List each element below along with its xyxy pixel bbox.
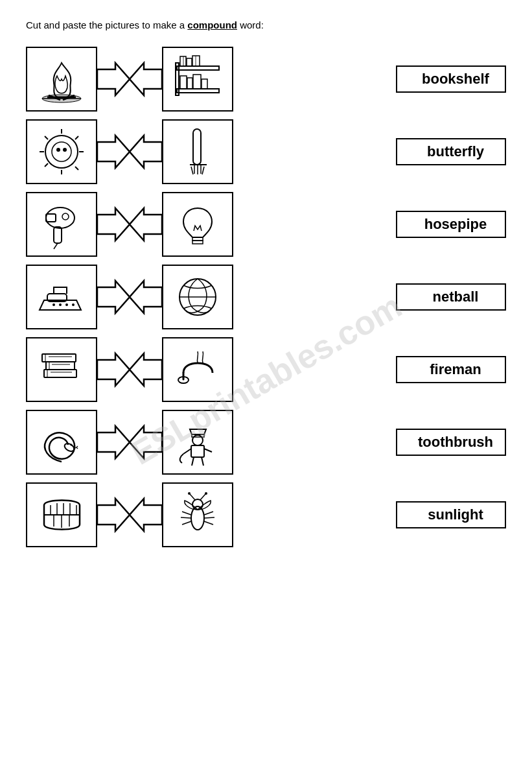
svg-line-80	[204, 449, 212, 452]
pipe-icon	[170, 344, 226, 396]
svg-rect-13	[202, 79, 207, 89]
svg-point-21	[56, 148, 60, 152]
svg-line-28	[75, 167, 78, 170]
svg-line-101	[204, 512, 213, 515]
svg-rect-15	[187, 58, 192, 66]
svg-point-51	[59, 303, 62, 306]
sun-icon	[34, 126, 89, 178]
picture-bookshelf	[162, 47, 233, 112]
svg-point-71	[70, 444, 72, 446]
svg-marker-46	[130, 208, 162, 241]
fireman-figure-icon	[170, 416, 226, 468]
svg-rect-76	[191, 445, 204, 457]
svg-point-95	[188, 492, 191, 495]
instruction-text: Cut and paste the pictures to make a com…	[26, 19, 506, 30]
row-7: sunlight	[26, 482, 506, 547]
picture-mouth	[26, 482, 97, 547]
svg-line-39	[202, 167, 204, 174]
svg-marker-73	[130, 426, 162, 458]
svg-line-98	[182, 512, 191, 515]
svg-marker-55	[130, 281, 162, 313]
arrow-left-icon	[130, 60, 162, 99]
picture-iron	[26, 265, 97, 329]
svg-point-40	[46, 207, 75, 228]
svg-rect-59	[46, 362, 75, 370]
svg-rect-11	[187, 78, 192, 89]
svg-rect-42	[54, 227, 62, 243]
bookshelf-icon	[170, 53, 226, 105]
picture-pipe	[162, 337, 233, 402]
svg-point-19	[45, 136, 78, 168]
svg-line-77	[192, 457, 194, 466]
word-netball: netball	[396, 283, 506, 311]
svg-line-94	[190, 494, 195, 500]
picture-fireman	[162, 410, 233, 475]
svg-point-22	[63, 148, 67, 152]
svg-rect-14	[180, 56, 186, 66]
svg-rect-48	[192, 241, 203, 244]
brush-icon	[170, 126, 226, 178]
word-bookshelf: bookshelf	[396, 65, 506, 93]
row-4: netball	[26, 265, 506, 329]
svg-line-99	[181, 517, 191, 518]
svg-line-96	[200, 494, 205, 500]
iron-icon	[34, 271, 89, 323]
svg-line-43	[54, 243, 58, 249]
arrow-right-7	[97, 495, 130, 534]
svg-marker-67	[97, 353, 130, 386]
svg-rect-33	[193, 129, 201, 165]
svg-rect-7	[177, 89, 219, 93]
svg-point-52	[65, 303, 68, 306]
svg-marker-54	[97, 281, 130, 313]
svg-point-53	[72, 303, 75, 306]
arrow-right-icon	[97, 60, 130, 99]
svg-point-97	[205, 492, 207, 495]
row-5: fireman	[26, 337, 506, 402]
picture-lightbulb	[162, 192, 233, 257]
svg-rect-16	[192, 56, 200, 66]
picture-snake	[26, 410, 97, 475]
svg-point-44	[62, 213, 69, 220]
svg-marker-91	[130, 499, 162, 531]
svg-marker-68	[130, 353, 162, 386]
svg-rect-41	[46, 214, 56, 222]
picture-insect	[162, 482, 233, 547]
svg-point-20	[52, 142, 71, 161]
books-icon	[34, 344, 89, 396]
svg-line-35	[191, 167, 193, 174]
svg-line-79	[183, 449, 191, 454]
svg-marker-72	[97, 426, 130, 458]
word-fireman: fireman	[396, 356, 506, 383]
lightbulb-icon	[170, 198, 226, 250]
arrow-right-6	[97, 423, 130, 462]
arrow-left-6	[130, 423, 162, 462]
svg-line-27	[45, 136, 48, 139]
arrow-right-4	[97, 278, 130, 316]
word-toothbrush: toothbrush	[396, 429, 506, 456]
picture-books	[26, 337, 97, 402]
word-sunlight: sunlight	[396, 501, 506, 528]
ball-icon	[170, 271, 226, 323]
svg-marker-32	[130, 136, 162, 168]
picture-brush	[162, 119, 233, 184]
svg-line-29	[75, 136, 78, 139]
arrow-right-1	[97, 60, 130, 99]
svg-rect-60	[42, 354, 76, 362]
svg-marker-45	[97, 208, 130, 241]
arrow-left-7	[130, 495, 162, 534]
arrow-left-4	[130, 278, 162, 316]
svg-rect-8	[177, 66, 219, 70]
svg-rect-12	[193, 75, 201, 89]
hairdryer-icon	[34, 198, 89, 250]
svg-marker-5	[97, 63, 130, 95]
arrow-left-5	[130, 350, 162, 389]
svg-line-78	[202, 457, 203, 466]
svg-rect-10	[180, 76, 187, 89]
row-2: butterfly	[26, 119, 506, 184]
svg-marker-6	[130, 63, 162, 95]
picture-ball	[162, 265, 233, 329]
worksheet: bookshelf	[26, 47, 506, 547]
arrow-left-3	[130, 205, 162, 244]
arrow-right-2	[97, 132, 130, 171]
svg-line-102	[204, 517, 214, 518]
